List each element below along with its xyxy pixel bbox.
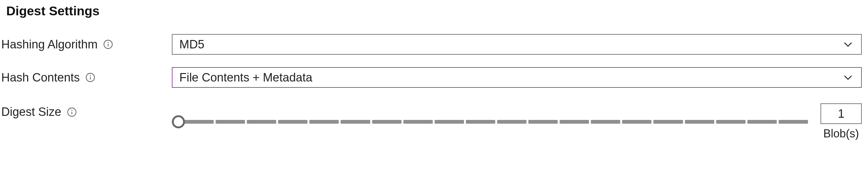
section-title: Digest Settings xyxy=(0,0,868,28)
slider-tick xyxy=(622,120,651,124)
label-group: Hashing Algorithm xyxy=(1,38,172,51)
hash-contents-label: Hash Contents xyxy=(1,71,80,84)
slider-tick xyxy=(372,120,402,124)
info-icon[interactable] xyxy=(103,39,113,49)
slider-tick xyxy=(528,120,558,124)
info-icon[interactable] xyxy=(67,107,77,117)
slider-tick xyxy=(497,120,526,124)
digest-size-slider[interactable] xyxy=(172,114,808,129)
slider-tick xyxy=(278,120,307,124)
svg-point-4 xyxy=(90,75,91,76)
slider-tick xyxy=(435,120,464,124)
hash-contents-select[interactable]: File Contents + Metadata xyxy=(172,67,862,88)
slider-tick xyxy=(466,120,495,124)
slider-tick xyxy=(747,120,777,124)
slider-tick xyxy=(341,120,370,124)
slider-tick xyxy=(216,120,245,124)
slider-tick xyxy=(779,120,808,124)
label-group: Digest Size xyxy=(1,103,172,119)
slider-thumb[interactable] xyxy=(172,115,185,128)
slider-tick xyxy=(184,120,214,124)
svg-point-1 xyxy=(108,42,109,43)
row-hashing-algorithm: Hashing Algorithm MD5 xyxy=(0,28,868,61)
slider-track xyxy=(184,120,808,124)
chevron-down-icon xyxy=(842,38,854,51)
select-value: File Contents + Metadata xyxy=(179,71,312,84)
row-hash-contents: Hash Contents File Contents + Metadata xyxy=(0,61,868,94)
slider-tick xyxy=(685,120,714,124)
row-digest-size: Digest Size 1 Blob(s) xyxy=(0,94,868,147)
info-icon[interactable] xyxy=(85,72,95,83)
slider-tick xyxy=(653,120,683,124)
slider-tick xyxy=(247,120,276,124)
digest-size-input[interactable]: 1 xyxy=(820,103,862,124)
hashing-algorithm-select[interactable]: MD5 xyxy=(172,34,862,55)
svg-point-7 xyxy=(71,109,72,111)
digest-size-value-group: 1 Blob(s) xyxy=(820,103,862,140)
slider-tick xyxy=(560,120,589,124)
slider-tick xyxy=(309,120,339,124)
digest-size-label: Digest Size xyxy=(1,105,61,119)
slider-tick xyxy=(591,120,620,124)
hashing-algorithm-label: Hashing Algorithm xyxy=(1,38,97,51)
select-value: MD5 xyxy=(179,38,204,51)
slider-tick xyxy=(716,120,746,124)
digest-size-unit: Blob(s) xyxy=(823,127,859,140)
chevron-down-icon xyxy=(842,71,854,84)
label-group: Hash Contents xyxy=(1,71,172,84)
slider-tick xyxy=(403,120,433,124)
